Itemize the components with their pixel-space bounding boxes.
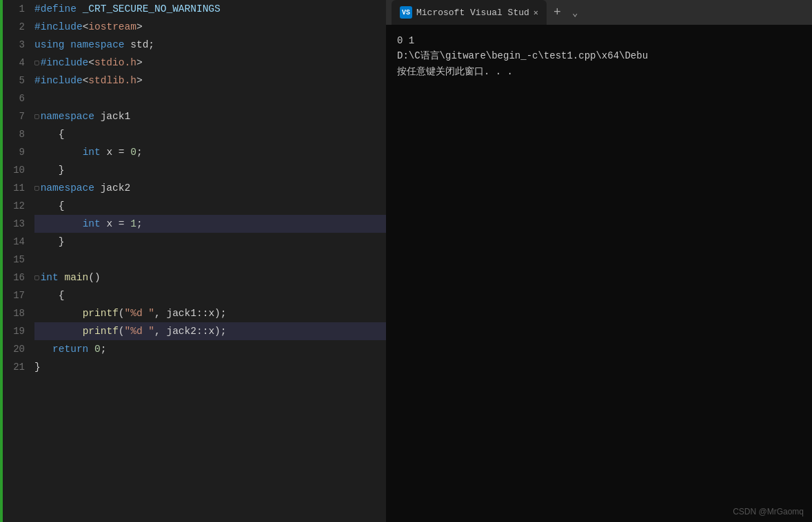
fold-icon-16[interactable]: ▢ (34, 269, 39, 286)
code-line-1: #define _CRT_SECURE_NO_WARNINGS (34, 0, 386, 18)
code-line-12: { (34, 197, 386, 215)
code-line-15 (34, 251, 386, 269)
code-line-11: ▢namespace jack2 (34, 179, 386, 197)
code-line-19: printf("%d ", jack2::x); (34, 322, 386, 340)
code-line-4: ▢#include<stdio.h> (34, 54, 386, 72)
terminal-dropdown-button[interactable]: ⌄ (568, 7, 582, 19)
terminal-tab-close[interactable]: ✕ (534, 8, 538, 18)
terminal-tabs: VS Microsoft Visual Stud ✕ + ⌄ (386, 0, 812, 25)
fold-icon-11[interactable]: ▢ (34, 179, 39, 197)
code-line-8: { (34, 125, 386, 143)
code-editor: 1 2 3 4 5 6 7 8 9 10 11 12 13 14 15 16 1… (0, 0, 386, 522)
fold-icon-4[interactable]: ▢ (34, 54, 39, 72)
code-line-10: } (34, 161, 386, 179)
terminal-tab-vs[interactable]: VS Microsoft Visual Stud ✕ (392, 0, 547, 25)
terminal-output-line-2: D:\C语言\gitware\begin_-c\test1.cpp\x64\De… (397, 48, 801, 63)
terminal-tab-label: Microsoft Visual Stud (416, 8, 529, 18)
terminal-output-line-3: 按任意键关闭此窗口. . . (397, 64, 801, 79)
code-line-3: using namespace std; (34, 36, 386, 54)
terminal-add-button[interactable]: + (549, 6, 565, 19)
code-line-18: printf("%d ", jack1::x); (34, 304, 386, 322)
code-content[interactable]: #define _CRT_SECURE_NO_WARNINGS #include… (29, 0, 386, 522)
code-line-17: { (34, 286, 386, 304)
code-line-5: #include<stdlib.h> (34, 72, 386, 90)
line-numbers: 1 2 3 4 5 6 7 8 9 10 11 12 13 14 15 16 1… (3, 0, 29, 522)
fold-icon-7[interactable]: ▢ (34, 107, 39, 125)
vs-studio-icon: VS (400, 6, 412, 19)
code-line-21: } (34, 358, 386, 376)
terminal-output-line-1: 0 1 (397, 33, 801, 48)
code-line-6 (34, 90, 386, 107)
terminal-panel: VS Microsoft Visual Stud ✕ + ⌄ 0 1 D:\C语… (386, 0, 812, 522)
code-line-9: int x = 0; (34, 143, 386, 161)
code-line-13: int x = 1; (34, 215, 386, 233)
code-line-14: } (34, 233, 386, 251)
code-line-7: ▢namespace jack1 (34, 107, 386, 125)
csdn-watermark: CSDN @MrGaomq (733, 507, 804, 516)
code-line-2: #include<iostream> (34, 18, 386, 36)
terminal-output[interactable]: 0 1 D:\C语言\gitware\begin_-c\test1.cpp\x6… (386, 25, 812, 522)
code-line-16: ▢int main() (34, 269, 386, 286)
code-line-20: return 0; (34, 340, 386, 358)
